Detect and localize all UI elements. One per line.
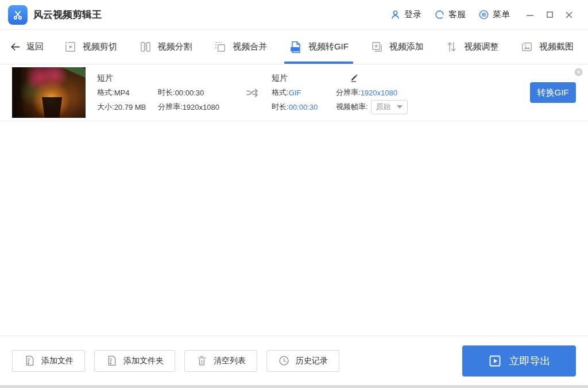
source-title: 短片 (97, 71, 158, 86)
headset-icon (434, 9, 445, 20)
customer-service-button[interactable]: 客服 (434, 9, 466, 20)
app-title: 风云视频剪辑王 (33, 8, 102, 21)
add-folder-icon (106, 355, 118, 367)
bottom-edge-strip (0, 385, 588, 388)
source-duration-label: 时长: (158, 87, 175, 98)
tab-video-cut[interactable]: 视频剪切 (61, 30, 119, 64)
menu-button[interactable]: 菜单 (478, 9, 510, 20)
window-controls (520, 5, 579, 25)
source-size: 大小: 20.79 MB (97, 100, 158, 114)
spacer-line (158, 71, 242, 86)
login-label: 登录 (404, 9, 421, 20)
tab-label: 视频添加 (389, 41, 424, 52)
source-info: 短片 格式:MP4 大小: 20.79 MB 时长:00:00:30 分辨率:1… (86, 71, 242, 114)
back-label: 返回 (26, 41, 44, 52)
output-resolution-value: 1920x1080 (361, 89, 397, 97)
add-file-icon (24, 355, 36, 367)
source-resolution: 分辨率:1920x1080 (158, 100, 242, 114)
gif-badge-text: GIF (292, 47, 298, 51)
tab-video-merge[interactable]: 视频合并 (211, 30, 269, 64)
framerate-value: 原始 (376, 102, 391, 112)
login-button[interactable]: 登录 (390, 9, 421, 20)
add-folder-button[interactable]: 添加文件夹 (94, 350, 175, 372)
nav-bar: 返回 视频剪切 视频分割 (0, 30, 588, 64)
app-logo (8, 5, 28, 25)
source-format-label: 格式: (97, 87, 114, 98)
framerate-select[interactable]: 原始 (371, 100, 408, 114)
output-resolution: 分辨率: 1920x1080 (336, 86, 438, 100)
output-framerate: 视频帧率: 原始 (336, 100, 438, 114)
export-now-button[interactable]: 立即导出 (462, 345, 576, 377)
video-add-icon (370, 40, 384, 53)
export-now-label: 立即导出 (509, 354, 551, 368)
chevron-down-icon (397, 105, 403, 109)
maximize-icon[interactable] (540, 5, 559, 25)
title-bar: 风云视频剪辑王 登录 客服 (0, 0, 588, 30)
menu-label: 菜单 (493, 9, 510, 20)
output-format-label: 格式: (272, 87, 289, 98)
back-arrow-icon (9, 41, 21, 53)
tab-label: 视频调整 (464, 41, 498, 52)
add-file-label: 添加文件 (41, 356, 74, 366)
source-size-label: 大小: (97, 102, 114, 112)
output-info: 短片 格式: GIF 时长: 00:00:30 分辨率: 1920x1080 (272, 71, 438, 114)
output-resolution-label: 分辨率: (336, 87, 361, 98)
clear-list-button[interactable]: 清空列表 (184, 350, 257, 372)
clock-icon (278, 355, 290, 367)
output-duration-label: 时长: (272, 102, 289, 112)
tab-label: 视频转GIF (308, 41, 349, 52)
video-split-icon (139, 40, 152, 53)
output-duration-value: 00:00:30 (289, 103, 318, 112)
tab-video-screenshot[interactable]: 视频截图 (518, 30, 576, 64)
video-screenshot-icon (520, 40, 533, 53)
source-duration: 时长:00:00:30 (158, 86, 242, 100)
edit-output-icon[interactable] (336, 73, 359, 83)
menu-list-icon (478, 9, 489, 20)
gif-file-icon: GIF (289, 40, 303, 54)
output-framerate-label: 视频帧率: (336, 102, 368, 112)
minimize-icon[interactable] (520, 5, 540, 25)
tab-video-adjust[interactable]: 视频调整 (443, 30, 501, 64)
source-format: 格式:MP4 (97, 86, 158, 100)
source-duration-value: 00:00:30 (175, 89, 204, 97)
history-button[interactable]: 历史记录 (266, 350, 339, 372)
output-format-value: GIF (289, 89, 301, 97)
user-icon (390, 9, 401, 20)
tab-label: 视频合并 (233, 41, 267, 52)
output-format: 格式: GIF (272, 86, 336, 100)
remove-file-icon[interactable] (574, 68, 583, 76)
convert-gif-button[interactable]: 转换GIF (530, 82, 576, 103)
file-list-item: 短片 格式:MP4 大小: 20.79 MB 时长:00:00:30 分辨率:1… (0, 64, 588, 121)
tab-video-add[interactable]: 视频添加 (368, 30, 426, 64)
tab-label: 视频截图 (539, 41, 574, 52)
shuffle-icon (245, 85, 260, 100)
video-adjust-icon (445, 40, 458, 53)
source-size-value: 20.79 MB (114, 103, 146, 112)
add-file-button[interactable]: 添加文件 (12, 350, 85, 372)
clear-list-label: 清空列表 (214, 356, 246, 366)
customer-service-label: 客服 (448, 9, 466, 20)
footer-toolbar: 添加文件 添加文件夹 清空列表 (0, 336, 588, 385)
source-resolution-label: 分辨率: (158, 102, 183, 112)
close-icon[interactable] (559, 5, 579, 25)
trash-icon (196, 355, 208, 367)
video-cut-icon (64, 40, 77, 53)
scissors-icon (11, 9, 24, 21)
history-label: 历史记录 (296, 356, 328, 366)
nav-tabs: 视频剪切 视频分割 视频合并 (53, 30, 585, 64)
titlebar-actions: 登录 客服 菜单 (377, 5, 579, 25)
output-duration: 时长: 00:00:30 (272, 100, 336, 114)
video-thumbnail[interactable] (12, 67, 86, 118)
thumbnail-detail (42, 67, 86, 80)
play-square-icon (488, 354, 502, 368)
file-list-empty-area (0, 121, 588, 336)
video-merge-icon (214, 40, 227, 53)
output-title: 短片 (272, 71, 336, 86)
tab-video-to-gif[interactable]: GIF 视频转GIF (287, 30, 351, 64)
tab-video-split[interactable]: 视频分割 (137, 30, 195, 64)
tab-label: 视频剪切 (83, 41, 117, 52)
tab-label: 视频分割 (158, 41, 192, 52)
thumbnail-detail (40, 97, 64, 118)
back-button[interactable]: 返回 (3, 30, 53, 64)
source-resolution-value: 1920x1080 (183, 103, 219, 112)
